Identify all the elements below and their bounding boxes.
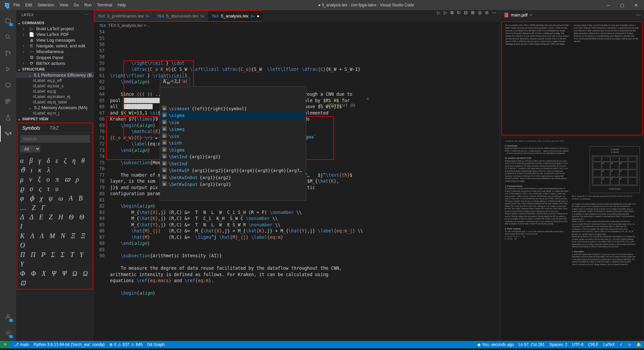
struct-5.2[interactable]: ⌄5.2 Memory Accesses (MA) bbox=[16, 105, 94, 111]
problems[interactable]: ⊗ 0 ⚠ 637 ⚠ 645 bbox=[109, 342, 143, 347]
suggest-item[interactable]: ⊞\SetInd{arg1}{arg2} bbox=[160, 154, 306, 161]
svg-rect-6 bbox=[8, 99, 10, 101]
label-p-eff[interactable]: #Label: eq:p_eff bbox=[16, 78, 94, 83]
intellisense-hint: KW=3,1 \si bbox=[160, 77, 190, 87]
cancel-icon[interactable]: ⊘ bbox=[485, 10, 489, 22]
cmd-snippet[interactable]: ⧉Snippet Panel bbox=[16, 54, 94, 60]
pdf-viewer[interactable]: Do we consider only CNNs or DNNs includi… bbox=[500, 20, 644, 341]
bell-icon[interactable]: 🔔 bbox=[636, 342, 641, 347]
tab-analysis[interactable]: TEX5_analysis.tex9+● bbox=[208, 11, 263, 21]
testing-icon[interactable] bbox=[0, 110, 16, 126]
activity-bar: 1 TEX 2 1 bbox=[0, 10, 16, 341]
suggest-item[interactable]: ⊞\sim bbox=[160, 119, 306, 126]
language[interactable]: LaTeX bbox=[603, 342, 615, 347]
suggest-item[interactable]: ⊞\SetKwInOut{arg1}{arg2} bbox=[160, 174, 306, 181]
cursor-pos[interactable]: Ln 57, Col 281 bbox=[519, 342, 545, 347]
tab-preliminaries[interactable]: TEX3_preliminaries.tex9+ bbox=[95, 11, 154, 21]
cmd-view-pdf[interactable]: ›📄View LaTeX PDF bbox=[16, 32, 94, 37]
menu-view[interactable]: View bbox=[57, 3, 71, 7]
pdf-close-icon[interactable]: × bbox=[530, 12, 532, 17]
line-gutter: 5455565758596061626364656667686970717273… bbox=[94, 29, 110, 341]
close-button[interactable]: ✕ bbox=[631, 3, 641, 8]
tab-discussion[interactable]: TEX5_discussion.tex9+ bbox=[154, 11, 208, 21]
pdf-more-icon[interactable]: ⋯ bbox=[636, 12, 641, 17]
menu-file[interactable]: File bbox=[11, 3, 22, 7]
sync-icon[interactable]: ◎ bbox=[478, 10, 482, 22]
run-icon[interactable]: ▷ bbox=[437, 10, 440, 22]
latex-icon[interactable]: TEX bbox=[0, 126, 16, 142]
snippet-search-input[interactable] bbox=[20, 135, 90, 143]
menu-go[interactable]: Go bbox=[71, 3, 82, 7]
suggest-item[interactable]: ⊞\Sigma bbox=[160, 147, 306, 154]
cmd-bibtex[interactable]: ›⟳BibTeX actions bbox=[16, 60, 94, 66]
run2-icon[interactable]: ▷ bbox=[444, 10, 447, 22]
python-env[interactable]: Python 3.6.13 64-bit ('torch_eia': conda… bbox=[34, 342, 105, 347]
maximize-button[interactable]: ▢ bbox=[617, 3, 628, 8]
run-debug-icon[interactable] bbox=[0, 61, 16, 77]
remote-icon[interactable] bbox=[0, 77, 16, 93]
git-graph[interactable]: Git Graph bbox=[147, 342, 165, 347]
source-control-icon[interactable] bbox=[0, 45, 16, 61]
feedback-icon[interactable]: ☺ bbox=[628, 342, 632, 347]
editor-actions: ▷ ▷ ⧉ ↻ ⊟ ⊞ ◎ ⊘ ⋯ bbox=[434, 10, 500, 22]
cmd-build[interactable]: ›▷Build LaTeX project bbox=[16, 26, 94, 32]
menu-run[interactable]: Run bbox=[82, 3, 94, 7]
suggest-item[interactable]: ⊞\sinh bbox=[160, 140, 306, 147]
view-icon[interactable]: ⊞ bbox=[471, 10, 475, 22]
branch-indicator[interactable]: ⎇ main bbox=[14, 342, 29, 347]
svg-point-1 bbox=[6, 51, 7, 52]
intellisense-popup[interactable]: KW=3,1 \si ⊞\sideset{left}{right}{symbol… bbox=[160, 86, 306, 201]
label-ej-latter[interactable]: #Label: eq:ej_latter bbox=[16, 99, 94, 105]
pdf-page-1: Do we consider only CNNs or DNNs includi… bbox=[501, 21, 643, 135]
remote-indicator[interactable]: ⪤ bbox=[0, 341, 9, 348]
symbols-grid[interactable]: α β γ δ ε ζ η θ ϑ ι κ λ μ ν ξ ο π ϖ ρ ϱ … bbox=[17, 155, 93, 289]
suggest-item[interactable]: ⊞\SetKwIF{arg1}{arg2}{arg3}{arg4}{arg5}{… bbox=[160, 167, 306, 174]
settings-icon[interactable]: 1 bbox=[0, 325, 16, 341]
eol[interactable]: CRLF bbox=[588, 342, 598, 347]
svg-point-3 bbox=[9, 52, 10, 53]
menu-selection[interactable]: Selection bbox=[35, 3, 57, 7]
section-commands[interactable]: COMMANDS bbox=[16, 20, 94, 26]
snippet-filter-select[interactable]: All bbox=[20, 145, 40, 152]
split-icon[interactable]: ⧉ bbox=[450, 10, 453, 22]
suggest-item[interactable]: ⊞\SetKwInput{arg1}{arg2} bbox=[160, 181, 306, 188]
encoding[interactable]: UTF-8 bbox=[572, 342, 583, 347]
cmd-navigate[interactable]: ›⎘Navigate, select, and edit bbox=[16, 43, 94, 49]
spaces[interactable]: Spaces: 2 bbox=[549, 342, 567, 347]
menu-terminal[interactable]: Terminal bbox=[94, 3, 115, 7]
svg-point-8 bbox=[7, 314, 9, 317]
breadcrumb[interactable]: TEX TEX 5_analysis.tex > ... bbox=[94, 22, 500, 29]
snippet-tab-tikz[interactable]: TikZ bbox=[45, 123, 63, 133]
menu-edit[interactable]: Edit bbox=[22, 3, 35, 7]
suggest-item[interactable]: ⊞\SetInd bbox=[160, 161, 306, 168]
label-m-j[interactable]: #Label: eq:m_j bbox=[16, 111, 94, 116]
suggest-item[interactable]: ⊞\sideset{left}{right}{symbol} bbox=[160, 105, 306, 113]
snippet-tab-symbols[interactable]: Symbols bbox=[17, 123, 45, 133]
search-icon[interactable] bbox=[0, 29, 16, 45]
label-iota-s[interactable]: #Label: eq:iota_s bbox=[16, 83, 94, 89]
cmd-view-log[interactable]: ≣View Log messages bbox=[16, 37, 94, 43]
reload-icon[interactable]: ↻ bbox=[457, 10, 461, 22]
extensions-icon[interactable] bbox=[0, 93, 16, 110]
struct-5.1[interactable]: ⌄5.1 Performance Efficiency ($\... bbox=[16, 72, 94, 78]
section-structure[interactable]: STRUCTURE bbox=[16, 66, 94, 72]
section-snippet[interactable]: SNIPPET VIEW bbox=[16, 116, 94, 122]
account-icon[interactable]: 2 bbox=[0, 309, 16, 325]
code-lines[interactable]: KW=3,1 \si ⊞\sideset{left}{right}{symbol… bbox=[110, 29, 500, 341]
diff-icon[interactable]: ⊟ bbox=[464, 10, 468, 22]
blame[interactable]: ◉ You, seconds ago bbox=[477, 342, 514, 347]
minimize-button[interactable]: ─ bbox=[604, 3, 613, 8]
menu-help[interactable]: Help bbox=[115, 3, 129, 7]
suggest-item[interactable]: ⊞\sin bbox=[160, 133, 306, 140]
code-editor[interactable]: 5455565758596061626364656667686970717273… bbox=[94, 29, 500, 341]
pdf-tab[interactable]: 📕 main.pdf × bbox=[503, 12, 532, 17]
suggest-item[interactable]: ⊞\simeq bbox=[160, 126, 306, 133]
label-qj[interactable]: #Label: eq:qj bbox=[16, 89, 94, 94]
suggest-item[interactable]: ⊞\sigma bbox=[160, 112, 306, 119]
cmd-misc[interactable]: ›⋯Miscellaneous bbox=[16, 49, 94, 54]
more-icon[interactable]: ⋯ bbox=[492, 10, 496, 22]
label-kraken-ej[interactable]: #Label: eq:kraken_ej bbox=[16, 94, 94, 99]
check-icon[interactable]: ✓ bbox=[620, 342, 623, 347]
explorer-icon[interactable]: 1 bbox=[0, 13, 16, 29]
pdf-page-2: JOURNAL OF LATEX CLASS FILES, VOL. 14, N… bbox=[501, 138, 643, 340]
